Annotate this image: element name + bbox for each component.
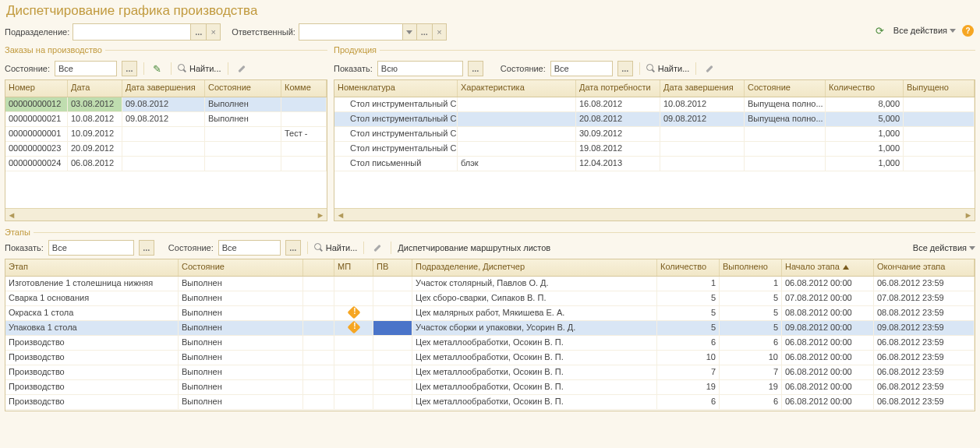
table-row[interactable]: Стол инструментальный СИ...30.09.20121,0… — [334, 127, 975, 142]
stages-col-done[interactable]: Выполнено — [720, 259, 782, 276]
products-hscroll[interactable]: ◄► — [334, 208, 975, 220]
products-col-done[interactable]: Дата завершения — [660, 80, 745, 97]
responsible-clear-button[interactable]: × — [432, 24, 446, 40]
subdivision-clear-button[interactable]: × — [206, 24, 220, 40]
stages-show-select[interactable]: ... — [139, 240, 154, 256]
products-legend: Продукция — [334, 45, 377, 55]
orders-hscroll[interactable]: ◄► — [5, 208, 327, 220]
stages-col-mp[interactable]: МП — [334, 259, 373, 276]
all-actions-top[interactable]: Все действия — [893, 26, 956, 35]
stages-show-label: Показать: — [5, 243, 44, 252]
orders-find-button[interactable]: Найти... — [178, 64, 221, 73]
products-wrench-icon[interactable] — [702, 62, 716, 76]
magnifier-icon — [314, 243, 324, 252]
orders-grid[interactable]: Номер Дата Дата завершения Состояние Ком… — [5, 79, 327, 221]
responsible-label: Ответственный: — [232, 27, 295, 37]
orders-col-date[interactable]: Дата — [68, 80, 122, 97]
table-row[interactable]: ПроизводствоВыполненЦех металлообработки… — [5, 380, 975, 395]
products-col-qty[interactable]: Количество — [826, 80, 904, 97]
subdivision-input[interactable]: ... × — [73, 23, 221, 41]
products-col-out[interactable]: Выпущено — [904, 80, 975, 97]
table-row[interactable]: Изготовление 1 столешница нижняяВыполнен… — [5, 277, 975, 291]
stages-col-pv[interactable]: ПВ — [373, 259, 412, 276]
sort-icon — [843, 265, 849, 270]
stages-show-input[interactable]: Все — [48, 240, 134, 256]
orders-state-input[interactable]: Все — [55, 61, 117, 76]
responsible-dropdown-button[interactable] — [402, 24, 416, 40]
table-row[interactable]: ПроизводствоВыполненЦех металлообработки… — [5, 351, 975, 365]
table-row[interactable]: 0000000000110.09.2012Тест - — [5, 127, 327, 142]
warning-icon — [347, 306, 360, 319]
stages-col-blank[interactable] — [303, 259, 334, 276]
table-row[interactable]: Стол письменныйблэк12.04.20131,000 — [334, 157, 975, 171]
products-show-input[interactable]: Всю — [377, 61, 463, 76]
stages-all-actions[interactable]: Все действия — [913, 243, 975, 252]
magnifier-icon — [646, 64, 656, 73]
stages-col-end[interactable]: Окончание этапа — [874, 259, 975, 276]
responsible-select-button[interactable]: ... — [416, 24, 432, 40]
stages-state-input[interactable]: Все — [218, 240, 281, 256]
table-row[interactable]: 0000000001203.08.201209.08.2012Выполнен — [5, 97, 327, 112]
products-find-button[interactable]: Найти... — [646, 64, 690, 73]
orders-col-done[interactable]: Дата завершения — [122, 80, 205, 97]
products-state-select[interactable]: ... — [617, 61, 633, 76]
products-col-nom[interactable]: Номенклатура — [334, 80, 458, 97]
products-show-select[interactable]: ... — [468, 61, 483, 76]
table-row[interactable]: Стол инструментальный СИ...20.08.201209.… — [334, 112, 975, 127]
responsible-input[interactable]: ... × — [299, 23, 447, 41]
table-row[interactable]: Упаковка 1 столаВыполненУчасток сборки и… — [5, 321, 975, 336]
stages-grid[interactable]: Этап Состояние МП ПВ Подразделение, Дисп… — [5, 259, 975, 411]
stages-col-state[interactable]: Состояние — [179, 259, 303, 276]
products-show-label: Показать: — [334, 64, 373, 73]
orders-legend: Заказы на производство — [5, 45, 102, 55]
stages-find-button[interactable]: Найти... — [314, 243, 358, 252]
orders-col-comment[interactable]: Комме — [281, 80, 327, 97]
orders-state-label: Состояние: — [5, 64, 50, 73]
subdivision-label: Подразделение: — [5, 27, 69, 37]
stages-col-start[interactable]: Начало этапа — [782, 259, 874, 276]
dispatch-route-button[interactable]: Диспетчирование маршрутных листов — [398, 243, 550, 252]
orders-col-state[interactable]: Состояние — [205, 80, 281, 97]
table-row[interactable]: Окраска 1 столаВыполненЦех малярных рабо… — [5, 306, 975, 321]
table-row[interactable]: Стол инструментальный СИ...16.08.201210.… — [334, 97, 975, 112]
subdivision-select-button[interactable]: ... — [190, 24, 206, 40]
warning-icon — [347, 321, 360, 333]
table-row[interactable]: ПроизводствоВыполненЦех металлообработки… — [5, 336, 975, 351]
orders-wrench-icon[interactable] — [235, 62, 249, 76]
products-col-char[interactable]: Характеристика — [458, 80, 576, 97]
help-icon[interactable]: ? — [962, 25, 974, 37]
magnifier-icon — [178, 64, 187, 73]
stages-col-stage[interactable]: Этап — [5, 259, 179, 276]
stages-state-label: Состояние: — [168, 243, 214, 252]
products-grid[interactable]: Номенклатура Характеристика Дата потребн… — [334, 79, 975, 221]
stages-legend: Этапы — [5, 228, 30, 237]
table-row[interactable]: Стол инструментальный СИ...19.08.20121,0… — [334, 142, 975, 157]
products-col-need[interactable]: Дата потребности — [576, 80, 660, 97]
stages-col-dept[interactable]: Подразделение, Диспетчер — [412, 259, 657, 276]
pv-indicator — [373, 321, 412, 335]
table-row[interactable]: Сварка 1 основанияВыполненЦех сборо-свар… — [5, 291, 975, 306]
table-row[interactable]: 0000000002110.08.201209.08.2012Выполнен — [5, 112, 327, 127]
table-row[interactable]: ПроизводствоВыполненЦех металлообработки… — [5, 395, 975, 410]
orders-state-select[interactable]: ... — [122, 61, 137, 76]
products-state-label: Состояние: — [501, 64, 546, 73]
refresh-icon[interactable]: ⟳ — [873, 23, 887, 37]
stages-state-select[interactable]: ... — [285, 240, 301, 256]
stages-col-qty[interactable]: Количество — [657, 259, 720, 276]
products-state-input[interactable]: Все — [550, 61, 613, 76]
page-title: Диспетчирование графика производства — [6, 3, 975, 19]
products-col-state[interactable]: Состояние — [745, 80, 826, 97]
edit-icon[interactable]: ✎ — [150, 62, 165, 76]
table-row[interactable]: 0000000002406.08.2012 — [5, 157, 327, 171]
table-row[interactable]: 0000000002320.09.2012 — [5, 142, 327, 157]
table-row[interactable]: ПроизводствоВыполненЦех металлообработки… — [5, 365, 975, 380]
orders-col-num[interactable]: Номер — [5, 80, 68, 97]
stages-wrench-icon[interactable] — [370, 241, 384, 255]
